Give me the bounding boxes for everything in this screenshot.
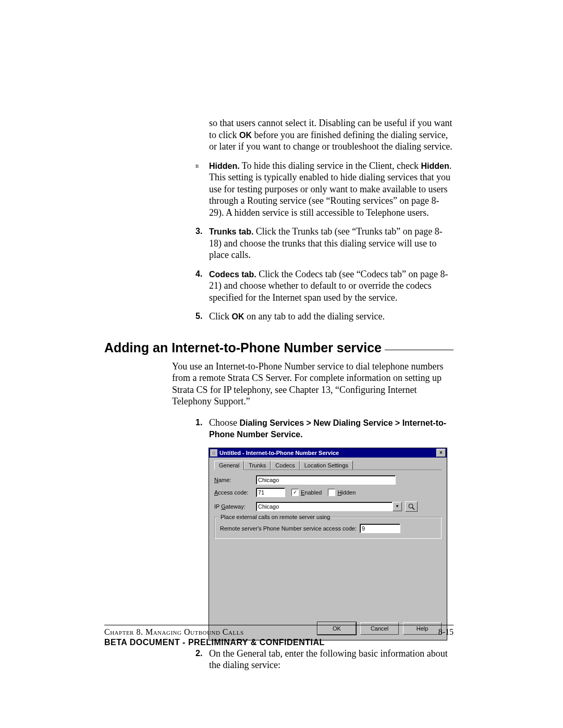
ok-text: OK xyxy=(239,131,252,140)
hidden-bold: Hidden xyxy=(421,162,449,170)
tab-codecs[interactable]: Codecs xyxy=(271,461,299,470)
access-code-input[interactable]: 71 xyxy=(256,488,285,497)
window-title: Untitled - Internet-to-Phone Number Serv… xyxy=(219,450,436,456)
step-3: 3. Trunks tab. Click the Trunks tab (see… xyxy=(195,226,454,261)
step-title: Trunks tab. xyxy=(209,227,253,236)
tab-trunks[interactable]: Trunks xyxy=(244,461,271,470)
text: Click xyxy=(209,311,232,322)
section-step-1: 1. Choose Dialing Services > New Dialing… xyxy=(195,417,454,440)
remote-access-input[interactable]: 9 xyxy=(360,524,400,533)
checkbox-box xyxy=(328,489,335,496)
tab-location-settings[interactable]: Location Settings xyxy=(300,461,353,470)
section-heading: Adding an Internet-to-Phone Number servi… xyxy=(104,340,454,355)
gateway-browse-button[interactable] xyxy=(405,501,418,512)
section-intro: You use an Internet-to-Phone Number serv… xyxy=(172,361,454,408)
name-label: Name: xyxy=(214,477,256,483)
text: You use an Internet-to-Phone Number serv… xyxy=(172,361,444,407)
gateway-label: IP Gateway: xyxy=(214,503,256,510)
ok-text: OK xyxy=(232,312,244,321)
step-number: 5. xyxy=(195,311,209,323)
step-4: 4. Codecs tab. Click the Codecs tab (see… xyxy=(195,268,454,304)
step-number: 1. xyxy=(195,417,209,440)
section-step-2: 2. On the General tab, enter the followi… xyxy=(195,648,454,671)
step-number: 4. xyxy=(195,268,209,304)
step-number: 2. xyxy=(195,648,209,671)
chevron-down-icon[interactable]: ▼ xyxy=(393,502,402,511)
bullet-mark: n xyxy=(195,160,209,219)
svg-point-0 xyxy=(409,504,413,508)
search-icon xyxy=(408,503,415,510)
step-title: Codecs tab. xyxy=(209,270,256,279)
window-icon: :: xyxy=(210,449,217,456)
tab-general[interactable]: General xyxy=(214,461,244,470)
groupbox-legend: Place external calls on remote server us… xyxy=(219,514,332,520)
step-5: 5. Click OK on any tab to add the dialin… xyxy=(195,311,454,323)
hidden-checkbox[interactable]: Hidden xyxy=(328,489,356,496)
text: On the General tab, enter the following … xyxy=(209,648,448,671)
step-number: 3. xyxy=(195,226,209,261)
footer-confidential: BETA DOCUMENT - PRELIMINARY & CONFIDENTI… xyxy=(104,638,454,647)
svg-line-1 xyxy=(412,508,414,510)
footer-chapter: Chapter 8. Managing Outbound Calls xyxy=(104,627,244,637)
dialog-window: :: Untitled - Internet-to-Phone Number S… xyxy=(209,448,447,640)
page-footer: Chapter 8. Managing Outbound Calls 8-15 … xyxy=(104,625,454,647)
gateway-value[interactable]: Chicago xyxy=(256,502,393,511)
remote-groupbox: Place external calls on remote server us… xyxy=(214,517,442,539)
checkbox-box: ✓ xyxy=(291,489,299,496)
text: Choose xyxy=(209,417,240,428)
access-code-label: Access code: xyxy=(214,489,256,496)
titlebar: :: Untitled - Internet-to-Phone Number S… xyxy=(209,448,447,458)
footer-rule xyxy=(104,625,454,625)
name-input[interactable]: Chicago xyxy=(256,475,396,485)
close-button[interactable]: × xyxy=(436,449,446,457)
remote-access-label: Remote server's Phone Number service acc… xyxy=(220,525,357,532)
tab-strip: General Trunks Codecs Location Settings xyxy=(214,461,442,470)
hidden-bullet: n Hidden. To hide this dialing service i… xyxy=(195,160,454,219)
disable-paragraph: so that users cannot select it. Disablin… xyxy=(209,117,454,153)
enabled-checkbox[interactable]: ✓ Enabled xyxy=(291,489,322,496)
heading-text: Adding an Internet-to-Phone Number servi… xyxy=(104,340,382,355)
footer-page-number: 8-15 xyxy=(438,627,454,637)
heading-rule xyxy=(385,350,454,350)
gateway-combo[interactable]: Chicago ▼ xyxy=(256,502,402,511)
text: To hide this dialing service in the Clie… xyxy=(240,161,421,171)
hidden-label: Hidden. xyxy=(209,162,240,170)
menu-path: Dialing Services > New Dialing Service >… xyxy=(209,418,446,439)
text: on any tab to add the dialing service. xyxy=(244,311,385,322)
